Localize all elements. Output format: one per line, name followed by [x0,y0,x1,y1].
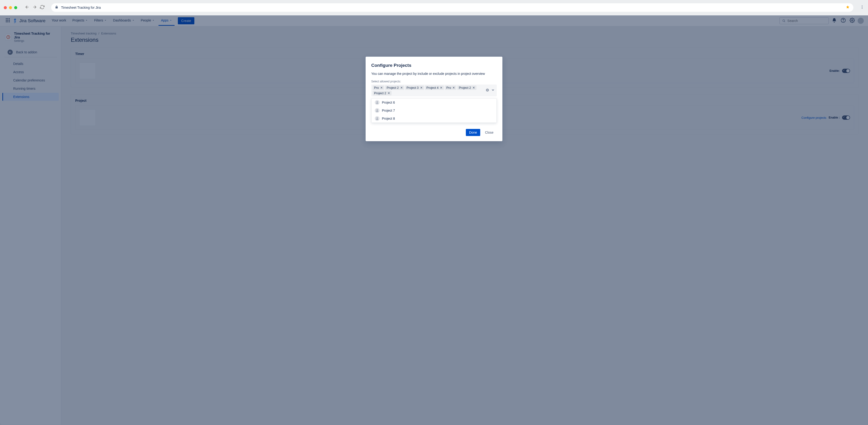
window-maximize[interactable] [14,6,17,9]
selected-project-tag: Project 2✕ [385,85,404,90]
forward-icon[interactable] [32,5,37,10]
done-button[interactable]: Done [466,129,480,136]
tag-label: Project 4 [427,86,438,89]
remove-tag-icon[interactable]: ✕ [440,86,442,89]
remove-tag-icon[interactable]: ✕ [380,86,383,89]
remove-tag-icon[interactable]: ✕ [400,86,403,89]
selected-project-tag: Pro✕ [445,85,456,90]
browser-nav-arrows [25,5,44,10]
traffic-lights [4,6,17,9]
modal-title: Configure Projects [371,63,497,68]
projects-multiselect[interactable]: Pro✕Project 2✕Project 3✕Project 4✕Pro✕Pr… [371,85,497,96]
svg-point-0 [862,5,863,6]
svg-point-20 [377,117,378,118]
field-label: Select allowed projects: [371,80,497,83]
selected-project-tag: Pro✕ [373,85,384,90]
project-avatar-icon [375,108,379,113]
remove-tag-icon[interactable]: ✕ [453,86,455,89]
svg-point-1 [862,7,863,7]
svg-point-19 [377,109,378,111]
modal-description: You can manage the project by include or… [371,72,497,76]
dropdown-option[interactable]: Project 7 [371,107,497,115]
project-avatar-icon [375,100,379,105]
window-minimize[interactable] [9,6,12,9]
remove-tag-icon[interactable]: ✕ [420,86,423,89]
modal-overlay[interactable]: Configure Projects You can manage the pr… [0,16,868,425]
tag-label: Pro [374,86,379,89]
option-label: Project 8 [382,117,395,120]
remove-tag-icon[interactable]: ✕ [472,86,475,89]
tag-label: Pro [446,86,451,89]
kebab-menu-icon[interactable] [860,5,864,10]
option-label: Project 7 [382,109,395,112]
reload-icon[interactable] [40,5,44,10]
chevron-down-icon[interactable] [491,88,495,93]
url-text: Timesheet Tracking for Jira [61,6,843,9]
option-label: Project 6 [382,101,395,104]
tag-label: Project 3 [407,86,418,89]
selected-project-tag: Project 2✕ [457,85,476,90]
project-avatar-icon [375,116,379,121]
projects-dropdown: Project 6Project 7Project 8 [371,98,497,123]
lock-icon [55,5,58,10]
selected-project-tag: Project 4✕ [425,85,444,90]
svg-point-18 [377,101,378,103]
dropdown-option[interactable]: Project 6 [371,98,497,107]
selected-project-tag: Project 2✕ [373,91,392,95]
back-icon[interactable] [25,5,30,10]
selected-project-tag: Project 3✕ [405,85,424,90]
tag-label: Project 2 [374,91,386,95]
clear-all-icon[interactable] [486,88,489,93]
star-icon[interactable] [846,5,849,10]
tag-label: Project 2 [459,86,471,89]
dropdown-option[interactable]: Project 8 [371,115,497,122]
window-close[interactable] [4,6,7,9]
close-button[interactable]: Close [482,129,497,136]
tag-label: Project 2 [386,86,399,89]
remove-tag-icon[interactable]: ✕ [388,92,390,95]
svg-point-2 [862,8,863,9]
browser-chrome: Timesheet Tracking for Jira [0,0,868,15]
url-bar[interactable]: Timesheet Tracking for Jira [51,3,854,12]
configure-projects-modal: Configure Projects You can manage the pr… [366,57,502,141]
modal-actions: Done Close [371,129,497,136]
